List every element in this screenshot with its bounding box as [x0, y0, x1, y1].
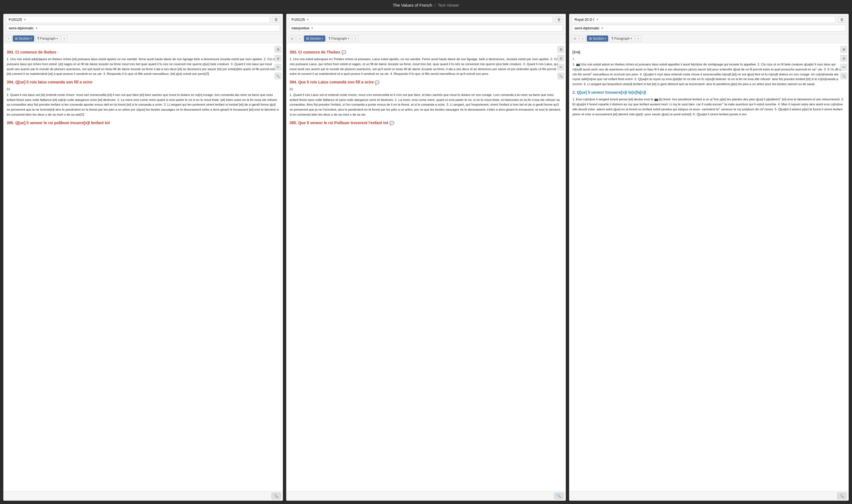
chevron-down-icon: ▾ — [312, 26, 313, 30]
paragraph-button[interactable]: ¶ Paragraph ▾ — [609, 35, 634, 41]
chat-icon[interactable]: 💬 — [389, 121, 393, 125]
delete-panel-button[interactable]: 🗑 — [555, 16, 563, 23]
section-heading-2: 395. Q[ue] li ueneor le roi polibum trou… — [7, 120, 280, 126]
section-heading-1: 2. Q[ue] li ueneor trouuere[n]t le[n]fa[… — [572, 90, 845, 95]
chevron-down-icon: ▾ — [348, 37, 349, 40]
ms-value: Fr20125 — [8, 17, 22, 22]
body-paragraph: 1. Quant li rois Laius sot et entendi ce… — [289, 93, 563, 117]
grid-icon[interactable]: ⊞ — [557, 46, 564, 53]
mode-selector[interactable]: semi-diplomatic▾ — [572, 25, 846, 32]
panel-body: ⊞🖨✏🔍[1ra]1.1. 📷 Uns rois estoit adont en… — [569, 43, 849, 491]
main-content: Fr20125▾🗑semi-diplomatic▾‹⊞ Section ▾¶ P… — [0, 11, 852, 504]
paragraph-icon: ¶ — [611, 37, 613, 40]
next-button[interactable]: › — [61, 35, 67, 41]
ms-selector[interactable]: Royal 20 D I▾ — [572, 16, 836, 23]
print-icon[interactable]: 🖨 — [840, 55, 847, 61]
mode-value: semi-diplomatic — [8, 26, 34, 30]
panel-body: ⊞🖨✏🔍393. Ci comence de thebes ·1. Uns ro… — [3, 43, 283, 491]
chevron-down-icon: ▾ — [597, 18, 598, 21]
panel-body: ⊞🖨✏🔍393. Ci comence de Thebes💬1. Uns roi… — [286, 43, 566, 491]
ms-selector[interactable]: Fr20125▾ — [289, 16, 553, 23]
app-title: The Values of French — [393, 3, 432, 7]
section-icon: ⊞ — [15, 37, 18, 40]
ms-value: Royal 20 D I — [574, 17, 594, 22]
subsection-label: [b] — [7, 87, 280, 91]
chevron-down-icon: ▾ — [602, 26, 603, 30]
panel-2: Fr20125▾🗑interpretive▾⇄‹⊞ Section ▾¶ Par… — [286, 14, 566, 501]
chevron-down-icon: ▾ — [57, 37, 58, 40]
edit-icon[interactable]: ✏ — [557, 64, 564, 70]
grid-icon[interactable]: ⊞ — [840, 46, 847, 53]
mode-value: semi-diplomatic — [574, 26, 599, 30]
panel-toolbar: ⇄‹⊞ Section ▾¶ Paragraph ▾› — [569, 34, 849, 43]
edit-icon[interactable]: ✏ — [274, 64, 281, 70]
delete-panel-button[interactable]: 🗑 — [272, 16, 280, 23]
title-separator: / — [434, 3, 436, 7]
next-button[interactable]: › — [353, 35, 359, 41]
section-button[interactable]: ⊞ Section ▾ — [13, 35, 34, 41]
body-paragraph: 1. Quant li rois laius sot [et] entendi … — [7, 93, 280, 117]
grid-icon[interactable]: ⊞ — [274, 46, 281, 53]
panel-toolbar: ‹⊞ Section ▾¶ Paragraph ▾› — [3, 34, 283, 43]
bottom-toolbar: 🔍 — [3, 491, 283, 501]
mode-selector[interactable]: interpretive▾ — [289, 25, 563, 32]
prev-button[interactable]: ‹ — [580, 35, 586, 41]
prev-button[interactable]: ‹ — [5, 35, 12, 41]
panel-header: Fr20125▾🗑interpretive▾ — [286, 14, 566, 34]
top-bar: The Values of French / Text Viewer — [0, 0, 852, 11]
sync-button[interactable]: ⇄ — [571, 35, 579, 41]
section-heading-2: 395. Que li veneor le roi Polibum trover… — [289, 120, 563, 126]
search-button[interactable]: 🔍 — [837, 493, 847, 499]
bottom-toolbar: 🔍 — [286, 491, 566, 501]
chevron-down-icon: ▾ — [631, 37, 632, 40]
section-button[interactable]: ⊞ Section ▾ — [304, 35, 325, 41]
panel-3: Royal 20 D I▾🗑semi-diplomatic▾⇄‹⊞ Sectio… — [569, 14, 849, 501]
delete-panel-button[interactable]: 🗑 — [838, 16, 846, 23]
search-button[interactable]: 🔍 — [554, 493, 564, 499]
side-icons: ⊞🖨✏🔍 — [840, 46, 847, 79]
panel-1: Fr20125▾🗑semi-diplomatic▾‹⊞ Section ▾¶ P… — [3, 14, 283, 501]
edit-icon[interactable]: ✏ — [840, 64, 847, 70]
side-icons: ⊞🖨✏🔍 — [274, 46, 281, 79]
prev-button[interactable]: ‹ — [297, 35, 303, 41]
panel-header: Fr20125▾🗑semi-diplomatic▾ — [3, 14, 283, 34]
section-icon: ⊞ — [306, 37, 309, 40]
ms-value: Fr20125 — [291, 17, 305, 22]
sync-button[interactable]: ⇄ — [288, 35, 296, 41]
ms-selector[interactable]: Fr20125▾ — [6, 16, 270, 23]
chat-icon[interactable]: 💬 — [341, 51, 345, 54]
subsection-label: 1. — [572, 57, 845, 61]
chevron-down-icon: ▾ — [307, 18, 308, 21]
app-subtitle: Text Viewer — [438, 3, 459, 7]
print-icon[interactable]: 🖨 — [274, 55, 281, 61]
print-icon[interactable]: 🖨 — [557, 55, 564, 61]
search-icon[interactable]: 🔍 — [840, 73, 847, 79]
chevron-down-icon: ▾ — [605, 37, 606, 40]
section-button[interactable]: ⊞ Section ▾ — [587, 35, 608, 41]
chevron-down-icon: ▾ — [31, 37, 32, 40]
paragraph-icon: ¶ — [329, 37, 330, 40]
chat-icon[interactable]: 💬 — [375, 81, 378, 85]
body-paragraph: 1. Uns rois estoit adonques en Thebes ri… — [289, 57, 563, 76]
section-heading-1: 394. Q[ue] li rois laius comanda son fil… — [7, 79, 280, 85]
subsection-label: [b] — [289, 87, 563, 91]
panel-toolbar: ⇄‹⊞ Section ▾¶ Paragraph ▾› — [286, 34, 566, 43]
chevron-down-icon: ▾ — [322, 37, 323, 40]
search-icon[interactable]: 🔍 — [557, 73, 564, 79]
chevron-down-icon: ▾ — [36, 26, 37, 30]
paragraph-button[interactable]: ¶ Paragraph ▾ — [326, 35, 351, 41]
body-paragraph: 1. 📷 Uns rois estoit adont en thebes ric… — [572, 62, 845, 87]
body-paragraph: 1. Uns rois estoit ado[n]ques en thebes … — [7, 57, 280, 76]
paragraph-icon: ¶ — [37, 37, 39, 40]
search-button[interactable]: 🔍 — [271, 493, 281, 499]
section-heading-0: 393. Ci comence de Thebes💬 — [289, 49, 563, 55]
mode-selector[interactable]: semi-diplomatic▾ — [6, 25, 280, 32]
section-heading-1: 394. Que li rois Laius comanda son fill … — [289, 79, 563, 85]
body-paragraph: 1. Ensi co[m]me li sergant lorent pense … — [572, 97, 845, 117]
panel-header: Royal 20 D I▾🗑semi-diplomatic▾ — [569, 14, 849, 34]
side-icons: ⊞🖨✏🔍 — [557, 46, 564, 79]
next-button[interactable]: › — [635, 35, 641, 41]
search-icon[interactable]: 🔍 — [274, 73, 281, 79]
paragraph-button[interactable]: ¶ Paragraph ▾ — [35, 35, 60, 41]
section-heading-0: [1ra] — [572, 49, 845, 55]
